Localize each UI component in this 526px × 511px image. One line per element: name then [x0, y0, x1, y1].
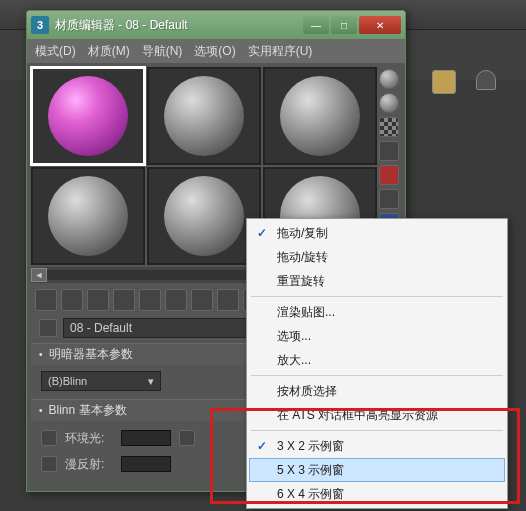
- ambient-color-swatch[interactable]: [121, 430, 171, 446]
- menu-grid-3x2[interactable]: 3 X 2 示例窗: [249, 434, 505, 458]
- menu-drag-copy[interactable]: 拖动/复制: [249, 221, 505, 245]
- material-sphere-icon: [48, 176, 128, 256]
- menu-highlight-ats[interactable]: 在 ATS 对话框中高亮显示资源: [249, 403, 505, 427]
- maximize-button[interactable]: □: [331, 16, 357, 34]
- shader-value: (B)Blinn: [48, 375, 87, 387]
- menu-drag-rotate[interactable]: 拖动/旋转: [249, 245, 505, 269]
- menu-select-by-material[interactable]: 按材质选择: [249, 379, 505, 403]
- rollout-toggle-icon: •: [39, 405, 43, 416]
- backlight-icon[interactable]: [379, 93, 399, 113]
- material-sphere-icon: [280, 76, 360, 156]
- menu-options[interactable]: 选项...: [249, 324, 505, 348]
- menu-separator: [251, 430, 503, 431]
- sample-context-menu: 拖动/复制 拖动/旋转 重置旋转 渲染贴图... 选项... 放大... 按材质…: [246, 218, 508, 509]
- sample-slot-2[interactable]: [147, 67, 261, 165]
- material-sphere-icon: [164, 176, 244, 256]
- material-id-icon[interactable]: [217, 289, 239, 311]
- assign-icon[interactable]: [87, 289, 109, 311]
- sample-slot-5[interactable]: [147, 167, 261, 265]
- eyedropper-icon[interactable]: [39, 319, 57, 337]
- put-to-scene-icon[interactable]: [61, 289, 83, 311]
- teapot-icon[interactable]: [476, 70, 496, 90]
- material-sphere-icon: [48, 76, 128, 156]
- make-copy-icon[interactable]: [139, 289, 161, 311]
- video-check-icon[interactable]: [379, 165, 399, 185]
- material-sphere-icon: [164, 76, 244, 156]
- chevron-down-icon: ▾: [148, 375, 154, 388]
- reset-icon[interactable]: [113, 289, 135, 311]
- window-title: 材质编辑器 - 08 - Default: [55, 17, 303, 34]
- make-unique-icon[interactable]: [165, 289, 187, 311]
- menu-mode[interactable]: 模式(D): [35, 43, 76, 60]
- sample-uv-icon[interactable]: [379, 141, 399, 161]
- rollout-title: Blinn 基本参数: [49, 402, 127, 419]
- close-button[interactable]: ✕: [359, 16, 401, 34]
- background-icon[interactable]: [379, 117, 399, 137]
- rollout-toggle-icon: •: [39, 349, 43, 360]
- menu-grid-6x4[interactable]: 6 X 4 示例窗: [249, 482, 505, 506]
- sample-type-icon[interactable]: [379, 69, 399, 89]
- app-icon: 3: [31, 16, 49, 34]
- sample-slot-1[interactable]: [31, 67, 145, 165]
- diffuse-color-swatch[interactable]: [121, 456, 171, 472]
- menu-options[interactable]: 选项(O): [194, 43, 235, 60]
- scroll-left-icon[interactable]: ◄: [31, 268, 47, 282]
- sample-slot-3[interactable]: [263, 67, 377, 165]
- get-material-icon[interactable]: [35, 289, 57, 311]
- menubar: 模式(D) 材质(M) 导航(N) 选项(O) 实用程序(U): [27, 39, 405, 63]
- menu-reset-rotate[interactable]: 重置旋转: [249, 269, 505, 293]
- diffuse-label: 漫反射:: [65, 456, 113, 473]
- minimize-button[interactable]: ―: [303, 16, 329, 34]
- make-preview-icon[interactable]: [379, 189, 399, 209]
- menu-material[interactable]: 材质(M): [88, 43, 130, 60]
- menu-separator: [251, 375, 503, 376]
- lock-icon[interactable]: [41, 430, 57, 446]
- shader-dropdown[interactable]: (B)Blinn ▾: [41, 371, 161, 391]
- toolbar-icon[interactable]: [432, 70, 456, 94]
- titlebar[interactable]: 3 材质编辑器 - 08 - Default ― □ ✕: [27, 11, 405, 39]
- menu-zoom[interactable]: 放大...: [249, 348, 505, 372]
- lock-icon[interactable]: [179, 430, 195, 446]
- menu-navigate[interactable]: 导航(N): [142, 43, 183, 60]
- rollout-title: 明暗器基本参数: [49, 346, 133, 363]
- menu-grid-5x3[interactable]: 5 X 3 示例窗: [249, 458, 505, 482]
- menu-render-map[interactable]: 渲染贴图...: [249, 300, 505, 324]
- put-to-library-icon[interactable]: [191, 289, 213, 311]
- lock-icon[interactable]: [41, 456, 57, 472]
- menu-utility[interactable]: 实用程序(U): [248, 43, 313, 60]
- sample-slot-4[interactable]: [31, 167, 145, 265]
- ambient-label: 环境光:: [65, 430, 113, 447]
- menu-separator: [251, 296, 503, 297]
